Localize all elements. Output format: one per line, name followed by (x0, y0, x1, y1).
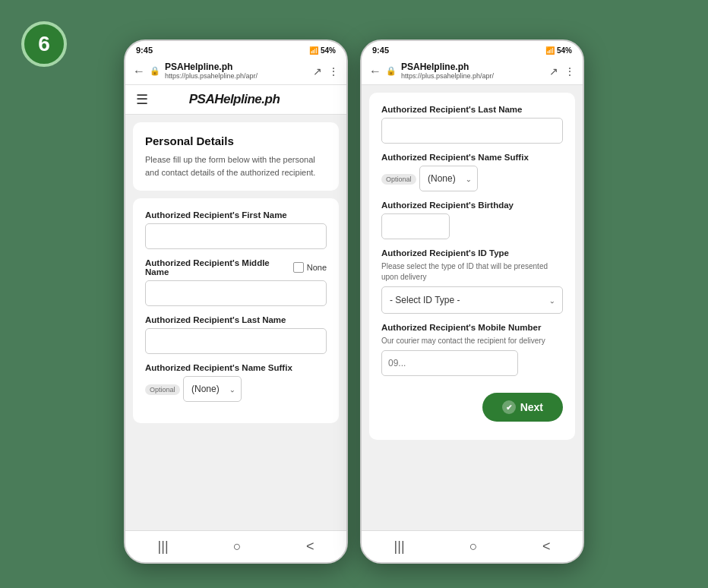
hamburger-icon-1[interactable]: ☰ (136, 91, 148, 108)
birthday-group: Authorized Recipient's Birthday (381, 201, 563, 239)
last-name-label-1: Authorized Recipient's Last Name (145, 315, 327, 324)
phone2-content: Authorized Recipient's Last Name Authori… (362, 85, 583, 530)
site-name-1: PSAHelpline.ph (165, 62, 308, 72)
phone-2: 9:45 📶 54% ← 🔒 PSAHelpline.ph https://pl… (360, 40, 584, 564)
lock-icon-1: 🔒 (150, 66, 160, 76)
browser-back-btn-1[interactable]: ← (133, 65, 145, 78)
battery-2: 54% (557, 46, 572, 55)
last-name-input-2[interactable] (381, 118, 563, 144)
last-name-label-2: Authorized Recipient's Last Name (381, 105, 563, 114)
first-name-label: Authorized Recipient's First Name (145, 210, 327, 220)
browser-bar-1: ← 🔒 PSAHelpline.ph https://plus.psahelpl… (125, 58, 346, 85)
back-nav-btn-2[interactable]: < (536, 537, 557, 556)
more-icon-2[interactable]: ⋮ (564, 65, 575, 77)
nav-bar-1: ||| ○ < (125, 530, 346, 562)
none-checkbox[interactable] (293, 262, 304, 273)
share-icon-2[interactable]: ↗ (549, 65, 558, 77)
site-name-2: PSAHelpline.ph (401, 62, 545, 72)
suffix-select-wrapper-2: (None) (419, 166, 478, 191)
next-circle-icon: ✔ (502, 400, 516, 414)
next-label: Next (520, 401, 543, 413)
optional-badge-1: Optional (145, 384, 180, 395)
suffix-label-2: Authorized Recipient's Name Suffix (381, 153, 563, 162)
id-type-desc: Please select the type of ID that will b… (381, 261, 563, 283)
last-name-group-2: Authorized Recipient's Last Name (381, 105, 563, 144)
suffix-group-1: Authorized Recipient's Name Suffix Optio… (145, 363, 327, 402)
intro-card: Personal Details Please fill up the form… (133, 122, 339, 191)
id-type-label: Authorized Recipient's ID Type (381, 248, 563, 258)
middle-name-group: Authorized Recipient's Middle Name None (145, 258, 327, 306)
middle-name-label: Authorized Recipient's Middle Name (145, 258, 293, 277)
id-type-select-wrapper: - Select ID Type - (381, 286, 563, 314)
browser-bar-2: ← 🔒 PSAHelpline.ph https://plus.psahelpl… (362, 58, 583, 85)
intro-desc: Please fill up the form below with the p… (145, 153, 327, 179)
birthday-label: Authorized Recipient's Birthday (381, 201, 563, 210)
step-badge: 6 (21, 21, 67, 67)
last-name-input-1[interactable] (145, 328, 327, 354)
home-btn-2[interactable]: ○ (463, 537, 484, 556)
suffix-group-2: Authorized Recipient's Name Suffix Optio… (381, 153, 563, 191)
none-label: None (307, 263, 327, 272)
middle-name-row: Authorized Recipient's Middle Name None (145, 258, 327, 277)
browser-actions-1: ↗ ⋮ (313, 65, 339, 77)
nav-bar-2: ||| ○ < (362, 530, 583, 562)
mobile-label: Authorized Recipient's Mobile Number (381, 323, 563, 332)
suffix-label-1: Authorized Recipient's Name Suffix (145, 363, 327, 372)
recent-apps-btn-1[interactable]: ||| (152, 537, 175, 556)
lock-icon-2: 🔒 (386, 66, 397, 76)
time-2: 9:45 (372, 46, 389, 55)
phone1-content: Personal Details Please fill up the form… (125, 115, 346, 530)
optional-badge-2: Optional (381, 174, 416, 185)
form-card-2: Authorized Recipient's Last Name Authori… (369, 93, 575, 440)
wifi-icon-2: 📶 (545, 46, 555, 55)
status-icons-1: 📶 54% (309, 46, 336, 55)
battery-1: 54% (321, 46, 336, 55)
wifi-icon: 📶 (309, 46, 318, 55)
url-block-1: PSAHelpline.ph https://plus.psahelpline.… (165, 62, 308, 81)
form-card-1: Authorized Recipient's First Name Author… (133, 198, 339, 423)
time-1: 9:45 (136, 46, 153, 55)
share-icon-1[interactable]: ↗ (313, 65, 322, 77)
app-header-1: ☰ PSAHelpline.ph (125, 85, 346, 115)
browser-back-btn-2[interactable]: ← (369, 65, 381, 78)
next-button[interactable]: ✔ Next (482, 393, 563, 422)
last-name-group-1: Authorized Recipient's Last Name (145, 315, 327, 354)
intro-title: Personal Details (145, 134, 327, 147)
id-type-group: Authorized Recipient's ID Type Please se… (381, 248, 563, 314)
status-icons-2: 📶 54% (545, 46, 572, 55)
mobile-input[interactable] (381, 350, 518, 376)
middle-name-input[interactable] (145, 280, 327, 306)
birthday-input[interactable] (381, 213, 450, 239)
home-btn-1[interactable]: ○ (227, 537, 248, 556)
status-bar-2: 9:45 📶 54% (362, 41, 583, 58)
recent-apps-btn-2[interactable]: ||| (388, 537, 411, 556)
suffix-select-wrapper-1: (None) (183, 376, 242, 402)
more-icon-1[interactable]: ⋮ (328, 65, 339, 77)
browser-actions-2: ↗ ⋮ (549, 65, 575, 77)
suffix-select-2[interactable]: (None) (419, 166, 478, 191)
none-checkbox-group: None (293, 262, 327, 273)
site-url-1: https://plus.psahelpline.ph/apr/ (165, 72, 308, 81)
mobile-desc: Our courier may contact the recipient fo… (381, 336, 563, 346)
next-btn-container: ✔ Next (381, 385, 563, 428)
site-url-2: https://plus.psahelpline.ph/apr/ (401, 72, 545, 81)
back-nav-btn-1[interactable]: < (300, 537, 321, 556)
url-block-2: PSAHelpline.ph https://plus.psahelpline.… (401, 62, 545, 81)
phone-1: 9:45 📶 54% ← 🔒 PSAHelpline.ph https://pl… (124, 40, 348, 564)
status-bar-1: 9:45 📶 54% (125, 41, 346, 58)
first-name-input[interactable] (145, 223, 327, 249)
suffix-select-1[interactable]: (None) (183, 376, 242, 402)
app-logo-1: PSAHelpline.ph (189, 92, 280, 107)
mobile-group: Authorized Recipient's Mobile Number Our… (381, 323, 563, 376)
first-name-group: Authorized Recipient's First Name (145, 210, 327, 249)
id-type-select[interactable]: - Select ID Type - (381, 286, 563, 314)
